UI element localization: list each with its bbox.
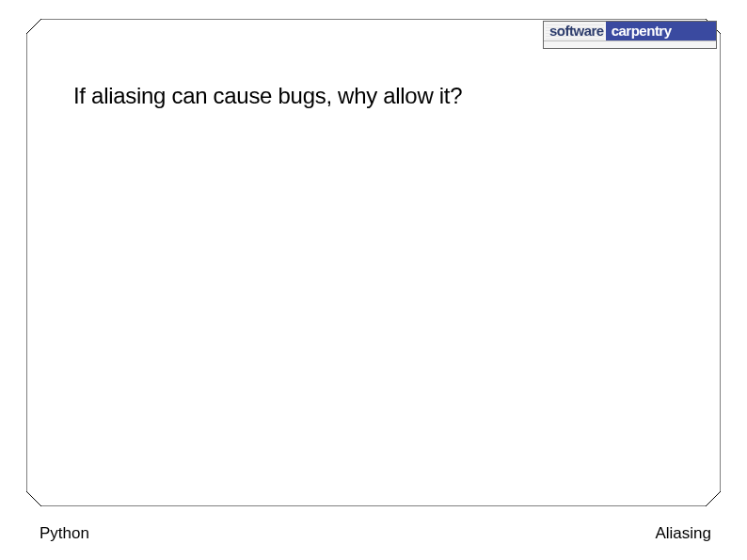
slide-body-text: If aliasing can cause bugs, why allow it… [73, 83, 462, 109]
logo-word-software: software [544, 22, 606, 40]
footer-right: Aliasing [655, 524, 711, 543]
logo-word-carpentry: carpentry [606, 22, 716, 40]
logo-top-row: software carpentry [544, 22, 716, 40]
svg-line-6 [706, 491, 721, 506]
footer-left: Python [40, 524, 89, 543]
slide-page: software carpentry If aliasing can cause… [0, 0, 747, 560]
software-carpentry-logo: software carpentry [543, 21, 717, 49]
svg-line-4 [26, 19, 41, 34]
logo-subline [544, 40, 716, 48]
svg-line-7 [26, 491, 41, 506]
